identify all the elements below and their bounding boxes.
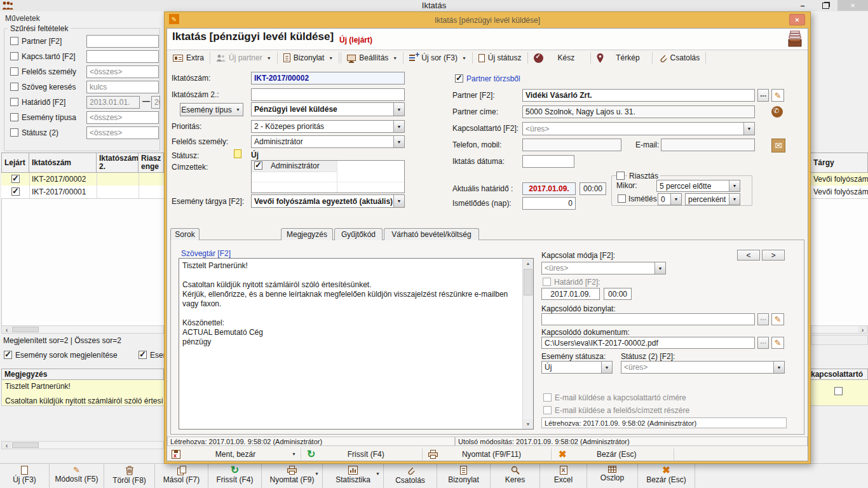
phone-call-icon[interactable] [771, 106, 783, 118]
grid-header-iktatoszam[interactable]: Iktatószám [29, 152, 97, 173]
grid-header-lejart[interactable]: Lejárt [1, 152, 29, 173]
dialog-bezar-button[interactable]: ✖ Bezár (Esc) [552, 447, 673, 461]
esemeny-targya-select[interactable]: Vevői folyószámla egyeztető (aktuális) [251, 194, 405, 208]
toolbar-torol-button[interactable]: Töröl (F8) [104, 464, 155, 488]
szovegtar-label[interactable]: Szövegtár [F2] [181, 249, 231, 258]
filter-hatarido-checkbox[interactable] [10, 98, 18, 106]
toolbar-excel-button[interactable]: Excel [540, 464, 587, 488]
chevron-down-icon[interactable]: ▼ [376, 471, 380, 476]
detail-hatarido-checkbox[interactable] [543, 278, 551, 286]
menu-muveletek[interactable]: Műveletek [5, 14, 40, 23]
filter-szoveg-checkbox[interactable] [10, 83, 18, 91]
grid-hscrollbar-left[interactable]: ‹ [1, 325, 164, 334]
dialog-toolbar-bizonylat[interactable]: Bizonylat ▼ [278, 51, 339, 65]
scroll-left-icon[interactable]: ‹ [2, 326, 11, 333]
tab-megjegyzes[interactable]: Megjegyzés [281, 228, 333, 240]
ismetles-ertek-select[interactable]: 0 [658, 193, 682, 205]
statusz2-select[interactable]: <üres> [621, 361, 785, 374]
ismetlodes-field[interactable]: 0 [522, 197, 576, 210]
minimize-button[interactable]: – [792, 0, 813, 11]
filter-partner-input[interactable] [86, 35, 159, 48]
dialog-toolbar-terkep[interactable]: Térkép [592, 51, 651, 65]
esemeny2-checkbox[interactable] [139, 351, 147, 359]
email-kapcsolattarto-checkbox[interactable] [543, 393, 552, 402]
esemeny-sorok-checkbox[interactable] [4, 351, 12, 359]
ismetles-checkbox[interactable] [618, 194, 626, 203]
next-button[interactable]: > [762, 250, 785, 261]
ismetles-egyseg-select[interactable]: percenként [685, 193, 740, 205]
toolbar-nyomtat-button[interactable]: Nyomtat (F9) ▼ [262, 464, 323, 488]
filter-hatarido-to-input[interactable]: 20 [151, 96, 160, 109]
filter-felelos-input[interactable]: <összes> [86, 65, 159, 78]
kapcsolodo-dokumentum-field[interactable]: C:\Users\eva\IKT-2017-00002.pdf [541, 337, 755, 349]
dialog-toolbar-uj-partner[interactable]: Új partner ▼ [211, 51, 276, 65]
kapcsolat-modja-select[interactable]: <üres> [541, 262, 666, 274]
scrollbar-thumb[interactable] [12, 442, 39, 448]
grid2-hscrollbar[interactable]: ‹ [1, 441, 164, 449]
grid2-header-kapcsolattarto[interactable]: kapcsolattartó [811, 369, 868, 380]
filter-esemenytipus-checkbox[interactable] [10, 113, 18, 121]
filter-hatarido-from-input[interactable]: 2013.01.01. [86, 96, 140, 109]
toolbar-frissit-button[interactable]: ↻ Frissít (F4) [208, 464, 262, 488]
grid-row-1-lejart-checkbox[interactable] [11, 175, 20, 183]
toolbar-oszlop-button[interactable]: Oszlop [587, 464, 638, 488]
detail-hatarido-ido-field[interactable]: 00:00 [604, 288, 632, 300]
grid2-header-megjegyzes[interactable]: Megjegyzés [1, 369, 164, 380]
prioritas-select[interactable]: 2 - Közepes prioritás [251, 120, 405, 133]
textarea-vscrollbar[interactable]: ▲ ▼ [522, 259, 533, 429]
toolbar-csatolas-button[interactable]: Csatolás [384, 464, 437, 488]
filter-esemenytipus-input[interactable]: <összes> [86, 111, 159, 124]
toolbar-masol-button[interactable]: Másol (F7) [155, 464, 208, 488]
send-mail-button[interactable]: ✉ [771, 139, 785, 152]
filter-felelos-checkbox[interactable] [10, 67, 18, 76]
filter-statusz2-input[interactable]: <összes> [86, 126, 159, 139]
scroll-down-icon[interactable]: ▼ [523, 419, 533, 429]
filter-kapcstarto-checkbox[interactable] [10, 52, 18, 60]
filter-statusz2-checkbox[interactable] [10, 128, 18, 137]
partner-field[interactable]: Vidéki Vásárló Zrt. [522, 89, 755, 102]
archive-icon[interactable] [787, 30, 803, 48]
tab-gyujtokod[interactable]: Gyűjtőkód [334, 228, 383, 240]
grid2-row-1-checkbox[interactable] [834, 387, 843, 395]
dialog-toolbar-beallitas[interactable]: Beállítás ▼ [342, 51, 402, 65]
filter-partner-checkbox[interactable] [10, 37, 18, 45]
dokumentum-browse-button[interactable] [757, 337, 769, 349]
partner-torzsbol-checkbox[interactable] [455, 74, 463, 83]
dialog-toolbar-csatolas[interactable]: Csatolás [653, 51, 705, 65]
scroll-left-icon[interactable]: ‹ [2, 442, 11, 449]
toolbar-bezar-button[interactable]: ✖ Bezár (Esc) [638, 464, 695, 488]
toolbar-statisztika-button[interactable]: Statisztika ▼ [323, 464, 384, 488]
email-felelos-checkbox[interactable] [543, 406, 552, 414]
toolbar-modosit-button[interactable]: ✎ Módosít (F5) [50, 464, 104, 488]
kapcsolodo-bizonylat-field[interactable] [541, 313, 755, 325]
detail-hatarido-field[interactable]: 2017.01.09. [541, 288, 600, 300]
chevron-down-icon[interactable]: ▼ [315, 471, 319, 476]
riasztas-checkbox[interactable] [616, 172, 625, 180]
felelos-select[interactable]: Adminisztrátor [251, 135, 405, 148]
bizonylat-edit-button[interactable]: ✎ [771, 313, 784, 325]
dialog-toolbar-uj-statusz[interactable]: Új státusz [473, 51, 527, 65]
iktatas-datuma-field[interactable] [522, 155, 574, 168]
dialog-close-button[interactable]: × [789, 14, 805, 25]
dialog-frissit-button[interactable]: ↻ Frissít (F4) [302, 447, 421, 461]
toolbar-bizonylat-button[interactable]: Bizonylat [437, 464, 491, 488]
cimzett-checkbox[interactable] [254, 161, 262, 170]
grid-header-iktatoszam2[interactable]: Iktatószám 2. [97, 152, 139, 173]
aktualis-hatarido-ido-field[interactable]: 00:00 [580, 182, 606, 195]
iktatoszam-field[interactable]: IKT-2017/00002 [251, 72, 405, 85]
email-field[interactable] [661, 139, 755, 151]
grid-header-riasztas[interactable]: Riasz enge [139, 152, 164, 173]
toolbar-keres-button[interactable]: Keres [491, 464, 540, 488]
iktatoszam2-field[interactable] [251, 88, 405, 101]
dialog-toolbar-uj-sor[interactable]: Új sor (F3) ▼ [404, 51, 471, 65]
message-textarea[interactable]: Tisztelt Partnerünk! Csatoltan küldjük n… [179, 258, 534, 430]
esemeny-tipus-select[interactable]: Pénzügyi levél küldése [251, 102, 405, 116]
scroll-right-icon[interactable]: › [858, 326, 867, 333]
grid-header-targy[interactable]: Tárgy [811, 152, 868, 173]
partner-browse-button[interactable] [757, 89, 769, 102]
tab-sorok[interactable]: Sorok [170, 228, 200, 240]
partner-cime-field[interactable]: 5000 Szolnok, Nagy Lajos u. 31. [522, 105, 755, 118]
grid-row-2-lejart-checkbox[interactable] [11, 187, 20, 196]
partner-edit-button[interactable]: ✎ [771, 89, 784, 102]
filter-kapcstarto-input[interactable] [86, 50, 159, 63]
